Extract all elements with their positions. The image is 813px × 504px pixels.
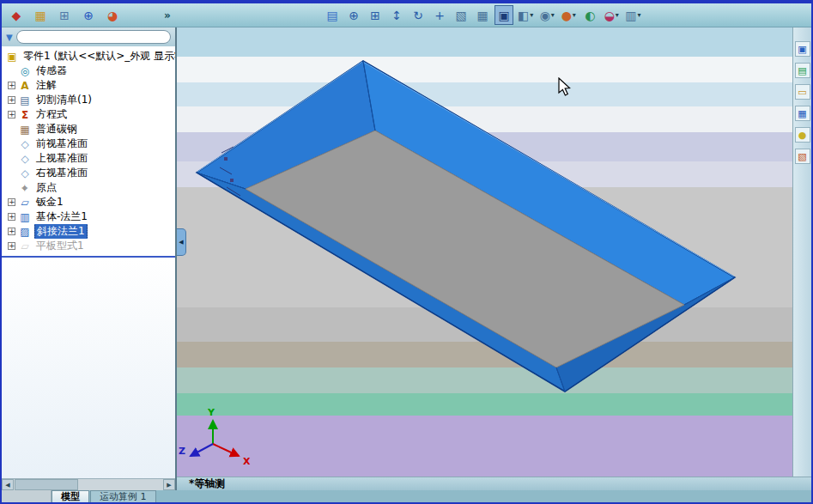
move-view-icon[interactable]: ⊕ ▾ <box>79 5 98 25</box>
3d-drawing-view-icon[interactable]: ▧ ▾ <box>452 5 470 25</box>
tree-filter-input[interactable] <box>16 30 171 44</box>
view-orientation-status: *等轴测 <box>189 477 225 491</box>
window-layout-icon[interactable]: ⊞ ▾ <box>55 5 74 25</box>
view-palette-icon[interactable]: ▦ <box>795 106 810 121</box>
panel-collapse-handle[interactable]: ◀ <box>177 228 186 256</box>
tab-bar-corner <box>2 490 52 502</box>
tree-item-sensors[interactable]: + ◎ 传感器 <box>2 64 175 78</box>
toolbar-icon-glyph: ◕ <box>107 9 118 22</box>
expand-plus-icon[interactable]: + <box>8 198 15 206</box>
panel-empty-area <box>2 258 175 478</box>
scrollbar-track[interactable] <box>79 479 163 490</box>
tree-item-flat-pattern1[interactable]: + ▱ 平板型式1 <box>2 239 175 253</box>
tree-item-icon: Σ <box>19 109 31 121</box>
view-toolbar: ▤ ▾ ⊕ ▾ ⊞ ▾ ↕ ▾ ↻ ▾ + <box>323 5 643 25</box>
tree-item-origin[interactable]: + ⌖ 原点 <box>2 180 175 195</box>
tree-item-icon: ⌖ <box>19 182 31 194</box>
toolbar-icon-glyph: + <box>434 9 445 22</box>
tree-item-label: 平板型式1 <box>34 239 86 253</box>
tree-item-sheet-metal1[interactable]: + ▱ 钣金1 <box>2 195 175 209</box>
toolbar-icon-glyph: ● <box>561 9 572 22</box>
custom-properties-icon[interactable]: ▧ <box>795 149 810 164</box>
apply-scene-icon[interactable]: ◐ ▾ <box>580 5 599 25</box>
toolbar-icon-glyph: ◉ <box>540 9 550 22</box>
panel-horizontal-scrollbar[interactable]: ◀ ▶ <box>2 478 175 490</box>
tree-item-label: 切割清单(1) <box>34 93 94 107</box>
tree-item-right-plane[interactable]: + ◇ 右视基准面 <box>2 166 175 180</box>
tree-item-label: 前视基准面 <box>34 137 89 151</box>
tab-model[interactable]: 模型 <box>52 490 89 502</box>
hide-show-items-icon[interactable]: ◉ ▾ <box>537 5 556 25</box>
design-library-icon[interactable]: ▤ <box>795 63 810 78</box>
scroll-left-icon[interactable]: ◀ <box>2 479 14 490</box>
zoom-in-out-icon[interactable]: ↕ ▾ <box>387 5 406 25</box>
view-orientation-icon[interactable]: ▣ ▾ <box>494 5 513 25</box>
toolbar-icon-glyph: ↻ <box>413 9 423 22</box>
scroll-right-icon[interactable]: ▶ <box>163 479 175 490</box>
appearances-icon[interactable]: ● <box>795 127 810 143</box>
triad-x-axis <box>213 444 239 456</box>
open-document-icon[interactable]: ▦ ▾ <box>31 5 50 25</box>
tree-item-icon: ▨ <box>19 226 31 238</box>
feature-manager-panel: ▼ + ▣ 零件1 (默认<<默认>_外观 显示状 + ◎ 传感器 + <box>2 27 177 490</box>
tree-item-icon: ◎ <box>19 65 31 77</box>
document-tabs: 模型 运动算例 1 <box>52 490 157 502</box>
toolbar-icon-glyph: ⊞ <box>370 9 380 22</box>
toolbar-icon-glyph: ↕ <box>391 9 402 22</box>
zoom-to-area-icon[interactable]: ⊞ ▾ <box>366 5 385 25</box>
tree-item-part-root[interactable]: + ▣ 零件1 (默认<<默认>_外观 显示状 <box>2 49 175 64</box>
tree-item-equations[interactable]: + Σ 方程式 <box>2 107 175 122</box>
filter-funnel-icon[interactable]: ▼ <box>6 33 13 42</box>
tree-item-icon: ◇ <box>19 167 31 179</box>
model-3d-tray[interactable] <box>197 61 735 392</box>
toolbar-icon-glyph: ◐ <box>585 9 595 22</box>
solidworks-logo-icon[interactable]: ◆ ▾ <box>7 5 26 25</box>
toolbar-overflow-icon[interactable]: » <box>164 9 171 21</box>
standard-views-icon[interactable]: ▦ ▾ <box>473 5 492 25</box>
scrollbar-thumb[interactable] <box>15 479 78 490</box>
feature-tree: + ▣ 零件1 (默认<<默认>_外观 显示状 + ◎ 传感器 + A 注解 <box>2 46 175 253</box>
dropdown-arrow-icon: ▾ <box>530 11 533 19</box>
full-screen-icon[interactable]: ▤ ▾ <box>323 5 342 25</box>
dropdown-arrow-icon: ▾ <box>551 11 555 19</box>
tree-item-label: 方程式 <box>34 107 69 122</box>
tree-item-icon: ◇ <box>19 138 31 150</box>
task-pane-icon-glyph: ▣ <box>798 44 806 55</box>
solidworks-resources-icon[interactable]: ▣ <box>795 41 810 57</box>
tree-item-top-plane[interactable]: + ◇ 上视基准面 <box>2 151 175 166</box>
tree-item-icon: A <box>19 80 31 92</box>
graphics-viewport[interactable]: Y X Z <box>177 27 792 477</box>
pan-icon[interactable]: + ▾ <box>430 5 449 25</box>
color-swatch-icon[interactable]: ◕ ▾ <box>103 5 122 25</box>
tree-item-annotations[interactable]: + A 注解 <box>2 78 175 93</box>
expand-plus-icon[interactable]: + <box>8 228 15 235</box>
tree-item-cut-list[interactable]: + ▤ 切割清单(1) <box>2 93 175 107</box>
tab-motion-study[interactable]: 运动算例 1 <box>90 490 156 502</box>
view-settings-icon[interactable]: ◒ ▾ <box>602 5 621 25</box>
tree-item-front-plane[interactable]: + ◇ 前视基准面 <box>2 137 175 151</box>
expand-plus-icon[interactable]: + <box>8 82 15 89</box>
options-icon[interactable]: ▥ ▾ <box>623 5 642 25</box>
tree-item-icon: ▣ <box>6 51 18 63</box>
display-style-icon[interactable]: ◧ ▾ <box>516 5 535 25</box>
orientation-triad: Y X Z <box>179 407 251 467</box>
tree-item-icon: ▤ <box>19 94 31 106</box>
toolbar-icon-glyph: ▧ <box>455 9 466 22</box>
tree-item-label: 原点 <box>34 180 58 195</box>
toolbar-icon-glyph: ◒ <box>604 9 615 22</box>
expand-plus-icon[interactable]: + <box>8 213 15 221</box>
tree-item-label: 传感器 <box>34 64 69 78</box>
zoom-to-fit-icon[interactable]: ⊕ ▾ <box>344 5 363 25</box>
expand-plus-icon[interactable]: + <box>8 96 15 104</box>
tree-item-icon: ▱ <box>19 197 31 209</box>
toolbar-icon-glyph: ◆ <box>12 9 21 22</box>
tree-item-miter-flange1[interactable]: + ▨ 斜接法兰1 <box>2 224 175 239</box>
tree-item-material[interactable]: + ▦ 普通碳钢 <box>2 122 175 137</box>
tree-item-icon: ▱ <box>19 240 31 252</box>
tree-item-base-flange1[interactable]: + ▥ 基体-法兰1 <box>2 209 175 224</box>
expand-plus-icon[interactable]: + <box>8 242 15 250</box>
rotate-view-icon[interactable]: ↻ ▾ <box>409 5 428 25</box>
file-explorer-icon[interactable]: ▭ <box>795 84 810 100</box>
edit-appearance-icon[interactable]: ● ▾ <box>559 5 578 25</box>
expand-plus-icon[interactable]: + <box>8 111 15 118</box>
